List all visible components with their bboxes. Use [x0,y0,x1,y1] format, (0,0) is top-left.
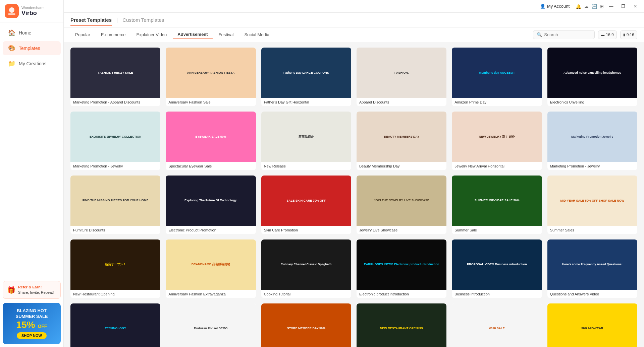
maximize-button[interactable]: ❐ [619,2,628,11]
cloud-icon[interactable]: ☁ [584,4,589,9]
grid-icon[interactable]: ⊞ [600,4,604,9]
template-label: Electronics Unveiling [547,98,637,106]
template-label: Spectacular Eyewear Sale [166,162,256,170]
refer-subtitle: Share, Invite, Repeat! [18,290,54,294]
template-card[interactable]: STORE MEMBER DAY 50%Store Member Day [261,303,351,347]
template-card[interactable]: #618 SALE#618 Sale [452,303,542,347]
template-label: Marketing Promotion - Apparel Discounts [70,98,160,106]
refer-title: Refer & Earn! [18,285,42,289]
ratio-vertical-icon: ▮ [623,33,625,37]
template-card[interactable]: FASHION FRENZY SALEMarketing Promotion -… [70,48,160,106]
template-label: Father's Day Gift Horizontal [261,98,351,106]
template-label: Skin Care Promotion [261,226,351,234]
my-creations-label: My Creations [19,61,46,66]
svg-rect-2 [8,13,15,15]
close-button[interactable]: ✕ [631,2,640,11]
template-card[interactable]: ANNIVERSARY FASHION FIESTAAnniversary Fa… [166,48,256,106]
tab-divider: | [116,17,118,23]
template-card[interactable]: NEW JEWELRY 新く 創作Jewelry New Arrival Hor… [452,112,542,170]
sidebar-nav: 🏠 Home 🎨 Templates 📁 My Creations [0,22,63,280]
refer-text: Refer & Earn! Share, Invite, Repeat! [18,285,54,295]
template-card[interactable]: EARPHONES INTRO Electronic product intro… [357,239,446,298]
template-label: Business introduction [452,290,542,298]
template-card[interactable]: 新店オープン！New Restaurant Opening [70,239,160,298]
template-card[interactable]: EXQUISITE JEWELRY COLLECTIONMarketing Pr… [70,112,160,170]
template-card[interactable]: BRANDNAME 品名服装促销Anniversary Fashion Extr… [166,239,256,298]
tab-preset-templates[interactable]: Preset Templates [70,14,112,26]
template-label: Amazon Prime Day [452,98,542,106]
template-label: Apparel Discounts [357,98,446,106]
refresh-icon[interactable]: 🔄 [591,4,597,9]
account-button[interactable]: 👤 My Account [540,4,570,9]
content-area: Preset Templates | Custom Templates Popu… [64,13,644,347]
template-card[interactable]: Exploring The Future Of Technology.Elect… [166,176,256,234]
sidebar-item-home[interactable]: 🏠 Home [3,26,61,40]
filter-bar: Popular E-commerce Explainer Video Adver… [64,27,644,42]
template-card[interactable]: 50% MID-YEARMid-Year Sale [547,303,637,347]
summer-sale-banner[interactable]: BLAZING HOT SUMMER SALE 15% OFF SHOP NOW [3,303,61,344]
my-creations-icon: 📁 [8,60,15,67]
account-icon: 👤 [540,4,545,9]
filter-explainer[interactable]: Explainer Video [132,30,172,39]
template-card[interactable]: EYEWEAR SALE 50%Spectacular Eyewear Sale [166,112,256,170]
template-card[interactable]: MID-YEAR SALE 50% OFF SHOP SALE NOWSumme… [547,176,637,234]
template-card[interactable]: FIND THE MISSING PIECES FOR YOUR HOMEFur… [70,176,160,234]
filter-festival[interactable]: Festival [214,30,238,39]
template-card[interactable]: Advanced noise-cancelling headphonesElec… [547,48,637,106]
template-card[interactable]: JOIN THE JEWELRY LIVE SHOWCASEJewelry Li… [357,176,446,234]
template-card[interactable]: Dudukan Ponsel DEMOPhone Demo [166,303,256,347]
template-card[interactable]: 新商品紹介New Release [261,112,351,170]
summer-sale-percent: 15% OFF [8,320,55,330]
templates-icon: 🎨 [8,45,15,52]
ratio-9-16[interactable]: ▮ 9:16 [620,30,637,39]
filter-ecommerce[interactable]: E-commerce [96,30,130,39]
sidebar: Wondershare Virbo 🏠 Home 🎨 Templates 📁 M… [0,0,64,347]
template-label: Cooking Tutorial [261,290,351,298]
template-card[interactable]: SUMMER MID-YEAR SALE 50%Summer Sale [452,176,542,234]
template-card[interactable]: SALE SKIN CARE 70% OFFSkin Care Promotio… [261,176,351,234]
template-label: Summer Sale [452,226,542,234]
tab-section: Preset Templates | Custom Templates [70,14,164,26]
app-name: Virbo [21,10,44,17]
home-label: Home [19,30,31,36]
template-label: Jewelry Live Showcase [357,226,446,234]
filter-popular[interactable]: Popular [70,30,95,39]
refer-icon: 🎁 [7,286,15,294]
template-card[interactable]: TECHNOLOGYTechnology [70,303,160,347]
template-label: New Release [261,162,351,170]
template-card[interactable]: Here's some Frequently Asked Questions:Q… [547,239,637,298]
svg-point-1 [9,7,14,13]
template-card[interactable]: PROPOSAL VIDEO Business introductionBusi… [452,239,542,298]
app-logo: Wondershare Virbo [0,0,63,22]
template-card[interactable]: FASHION.Apparel Discounts [357,48,446,106]
template-label: Marketing Promotion - Jewelry [547,162,637,170]
search-input[interactable] [544,32,591,37]
filter-social-media[interactable]: Social Media [239,30,274,39]
notification-icon[interactable]: 🔔 [576,4,581,9]
template-label: Electronic product introduction [357,290,446,298]
tab-custom-templates[interactable]: Custom Templates [122,17,164,23]
titlebar: 👤 My Account 🔔 ☁ 🔄 ⊞ — ❐ ✕ [64,0,644,13]
filter-right: 🔍 ▬ 16:9 ▮ 9:16 [533,30,637,39]
sidebar-item-templates[interactable]: 🎨 Templates [3,41,61,55]
template-label: Furniture Discounts [70,226,160,234]
template-card[interactable]: NEW RESTAURANT OPENINGNew Restaurant Ope… [357,303,446,347]
template-card[interactable]: member's day ANGEBOTAmazon Prime Day [452,48,542,106]
ratio-icon: ▬ [601,33,604,37]
ratio-16-9[interactable]: ▬ 16:9 [598,30,616,39]
brand-name: Wondershare [21,6,44,10]
filter-advertisement[interactable]: Advertisement [173,30,212,39]
template-label: Marketing Promotion - Jewelry [70,162,160,170]
refer-earn-banner[interactable]: 🎁 Refer & Earn! Share, Invite, Repeat! [3,281,61,299]
template-card[interactable]: Marketing Promotion JewelryMarketing Pro… [547,112,637,170]
template-card[interactable]: Culinary Channel Classic SpaghettiCookin… [261,239,351,298]
template-grid-area: FASHION FRENZY SALEMarketing Promotion -… [64,42,644,347]
template-label: Beauty Membership Day [357,162,446,170]
sidebar-item-my-creations[interactable]: 📁 My Creations [3,57,61,71]
shop-now-button[interactable]: SHOP NOW [17,332,47,339]
template-label: Anniversary Fashion Extravaganza [166,290,256,298]
template-card[interactable]: BEAUTY MEMBERS'DAYBeauty Membership Day [357,112,446,170]
search-box[interactable]: 🔍 [533,30,595,39]
minimize-button[interactable]: — [606,2,616,11]
template-card[interactable]: Father's Day LARGE COUPONSFather's Day G… [261,48,351,106]
